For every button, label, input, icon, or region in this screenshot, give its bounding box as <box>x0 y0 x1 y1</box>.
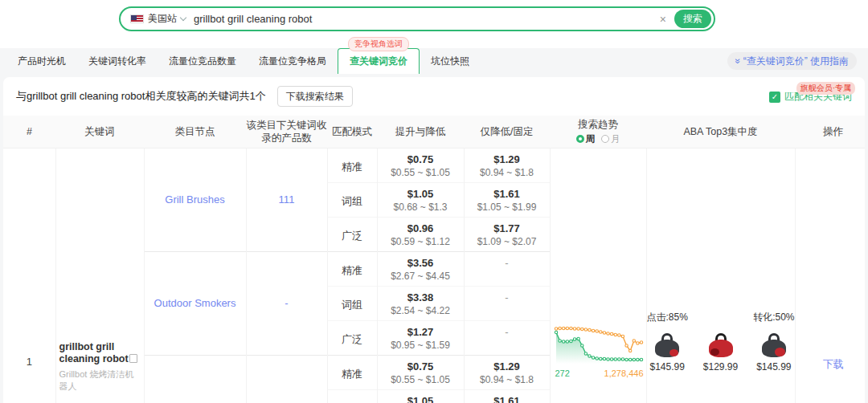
search-input[interactable] <box>194 13 652 25</box>
product-count-cell: - <box>246 251 327 355</box>
results-toolbar: 与grillbot grill cleaning robot相关度较高的关键词共… <box>3 77 865 116</box>
header-product-count: 该类目下关键词收录的产品数 <box>246 116 327 148</box>
usage-guide-label: “查关键词竞价” 使用指南 <box>743 55 849 68</box>
header-action: 操作 <box>795 116 865 148</box>
header-trend-label: 搜索趋势 <box>550 118 646 131</box>
results-card: 与grillbot grill cleaning robot相关度较高的关键词共… <box>3 77 865 403</box>
member-exclusive-badge: 旗舰会员·专属 <box>796 82 855 95</box>
top-header: 美国站 × 搜索 <box>0 0 868 48</box>
site-label: 美国站 <box>148 12 177 26</box>
download-link[interactable]: 下载 <box>823 358 844 370</box>
tab-product-time-machine[interactable]: 产品时光机 <box>6 48 77 74</box>
category-link[interactable]: Outdoor Smokers <box>145 252 246 309</box>
trend-cell: 272 1,278,446 <box>550 148 646 403</box>
product-price: $145.99 <box>753 361 794 372</box>
product-count-cell: 111 <box>246 148 327 251</box>
aba-product-1: 点击:85% $145.99 <box>647 311 688 372</box>
header-keyword: 关键词 <box>55 116 144 148</box>
search-button[interactable]: 搜索 <box>674 10 711 28</box>
site-selector[interactable]: 美国站 <box>121 12 194 26</box>
results-summary: 与grillbot grill cleaning robot相关度较高的关键词共… <box>16 89 266 104</box>
header-category: 类目节点 <box>144 116 246 148</box>
product-count-link[interactable]: 111 <box>247 149 327 206</box>
keyword-text: grillbot grill cleaning robot <box>59 341 139 366</box>
chevron-down-icon <box>180 14 186 21</box>
product-count-cell <box>246 355 327 403</box>
category-cell <box>144 355 246 403</box>
category-link[interactable] <box>145 356 246 401</box>
category-link[interactable]: Grill Brushes <box>145 149 246 206</box>
radio-month-icon <box>601 135 609 143</box>
match-mode-cell: 精准 <box>327 148 377 182</box>
search-trend-chart[interactable]: 272 1,278,446 <box>554 320 644 378</box>
product-count-link[interactable]: - <box>247 252 327 309</box>
download-results-button[interactable]: 下载搜索结果 <box>277 86 353 107</box>
tab-traffic-competition[interactable]: 流量位竞争格局 <box>248 48 338 74</box>
match-related-toggle: 旗舰会员·专属 匹配相关关键词 <box>769 90 852 104</box>
product-thumbnail[interactable] <box>654 335 680 357</box>
aba-click-rate: 点击:85% <box>647 311 688 324</box>
radio-week[interactable]: 周 <box>576 133 596 145</box>
category-cell: Outdoor Smokers <box>144 251 246 355</box>
tab-keyword-bid-label: 查关键词竞价 <box>350 55 407 68</box>
category-cell: Grill Brushes <box>144 148 246 251</box>
aba-cell: 点击:85% $145.99 $129.99 转化:50% $1 <box>646 148 795 403</box>
row-index: 1 <box>3 356 55 368</box>
header-match-mode: 匹配模式 <box>327 116 377 148</box>
aba-conversion-rate: 转化:50% <box>753 311 794 324</box>
tab-slot-snapshot[interactable]: 坑位快照 <box>420 48 481 74</box>
trend-right-value: 1,278,446 <box>604 368 644 378</box>
clear-icon[interactable]: × <box>652 13 674 26</box>
copy-icon[interactable] <box>131 356 137 363</box>
header-index: # <box>3 116 55 148</box>
tab-keyword-conversion[interactable]: 关键词转化率 <box>77 48 158 74</box>
radio-month[interactable]: 月 <box>601 133 620 145</box>
tab-strip: 产品时光机 关键词转化率 流量位竞品数量 流量位竞争格局 查关键词竞价 竞争视角… <box>0 48 868 74</box>
trend-left-value: 272 <box>555 368 570 378</box>
raise-lower-cell: $0.75 $0.55 ~ $1.05 <box>377 148 464 182</box>
usage-guide-link[interactable]: “查关键词竞价” 使用指南 <box>727 52 857 70</box>
keyword-cell: grillbot grill cleaning robot Grillbot 烧… <box>55 148 144 403</box>
header-raise-lower: 提升与降低 <box>377 116 464 148</box>
product-thumbnail[interactable] <box>708 335 734 357</box>
competition-view-badge: 竞争视角选词 <box>348 37 409 51</box>
match-related-checkbox[interactable] <box>769 92 780 103</box>
table-row: 1 grillbot grill cleaning robot Grillbot… <box>3 148 865 182</box>
double-chevron-down-icon <box>733 59 743 64</box>
trend-period-radios: 周 月 <box>550 133 646 145</box>
tab-traffic-competitor-count[interactable]: 流量位竞品数量 <box>158 48 248 74</box>
header-only-lower: 仅降低/固定 <box>464 116 550 148</box>
us-flag-icon <box>130 14 144 23</box>
keyword-bid-table: # 关键词 类目节点 该类目下关键词收录的产品数 匹配模式 提升与降低 仅降低/… <box>3 116 865 403</box>
radio-week-icon <box>576 135 584 143</box>
row-index-cell: 1 <box>3 148 55 403</box>
aba-product-3: 转化:50% $145.99 <box>753 311 794 372</box>
product-price: $129.99 <box>701 361 740 372</box>
keyword-translation: Grillbot 烧烤清洁机器人 <box>59 368 139 393</box>
product-price: $145.99 <box>647 361 688 372</box>
tab-keyword-bid[interactable]: 查关键词竞价 竞争视角选词 <box>338 48 420 74</box>
product-thumbnail[interactable] <box>761 335 787 357</box>
action-cell: 下载 <box>795 148 865 403</box>
header-trend: 搜索趋势 周 月 <box>550 116 646 148</box>
product-count-link[interactable] <box>247 356 327 401</box>
aba-product-2: $129.99 <box>701 311 740 372</box>
header-aba: ABA Top3集中度 <box>646 116 795 148</box>
table-header-row: # 关键词 类目节点 该类目下关键词收录的产品数 匹配模式 提升与降低 仅降低/… <box>3 116 865 148</box>
search-bar: 美国站 × 搜索 <box>119 6 715 31</box>
only-lower-cell: $1.29 $0.94 ~ $1.8 <box>464 148 550 182</box>
